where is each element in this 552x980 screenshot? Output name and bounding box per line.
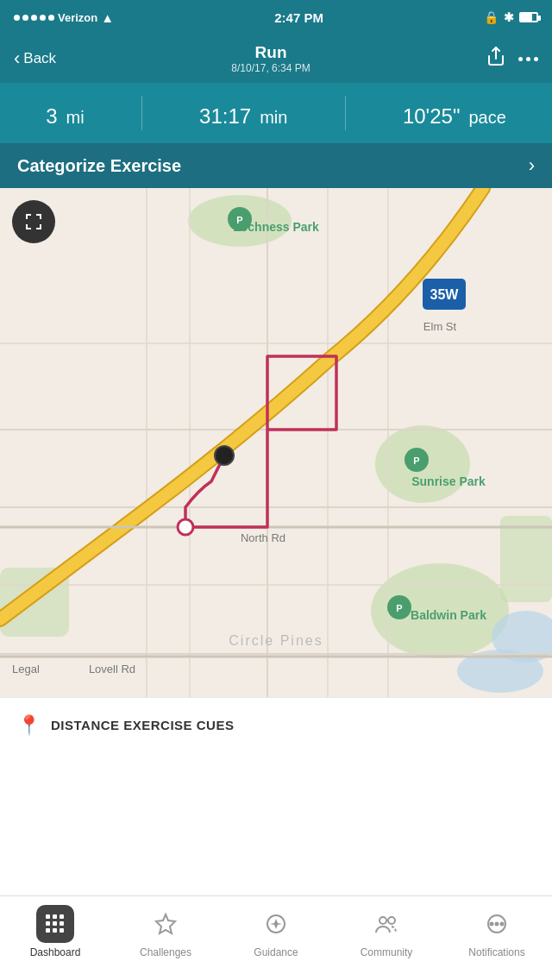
- svg-text:Sunrise Park: Sunrise Park: [411, 474, 486, 488]
- categorize-bar[interactable]: Categorize Exercise ›: [0, 143, 552, 188]
- distance-stat: 3 mi: [46, 97, 84, 129]
- guidance-icon: [264, 912, 288, 936]
- tab-guidance[interactable]: Guidance: [221, 905, 331, 958]
- status-right: 🔒 ✱: [484, 10, 538, 24]
- nav-subtitle: 8/10/17, 6:34 PM: [231, 62, 310, 74]
- pin-icon: 📍: [17, 714, 41, 737]
- challenges-label: Challenges: [140, 946, 191, 958]
- nav-bar: ‹ Back Run 8/10/17, 6:34 PM: [0, 35, 552, 83]
- share-icon[interactable]: [486, 46, 506, 72]
- svg-text:Circle Pines: Circle Pines: [229, 633, 323, 648]
- svg-rect-45: [46, 928, 50, 933]
- more-icon[interactable]: [518, 57, 538, 61]
- challenges-icon-wrap: [147, 905, 185, 943]
- back-chevron-icon: ‹: [14, 47, 20, 70]
- svg-rect-42: [46, 921, 50, 926]
- svg-point-55: [496, 923, 499, 926]
- map-svg: 35W P Lochness Park P Sunrise Park P Bal…: [0, 188, 552, 697]
- svg-rect-46: [53, 928, 57, 933]
- carrier-label: Verizon: [58, 11, 97, 24]
- tab-notifications[interactable]: Notifications: [442, 905, 552, 958]
- svg-point-37: [178, 519, 193, 535]
- tab-challenges[interactable]: Challenges: [110, 905, 221, 958]
- svg-text:P: P: [413, 455, 419, 466]
- svg-rect-6: [500, 516, 552, 602]
- expand-button[interactable]: [12, 200, 55, 243]
- distance-cues-label: DISTANCE EXERCISE CUES: [51, 718, 234, 732]
- svg-text:35W: 35W: [430, 287, 460, 302]
- svg-text:Lochness Park: Lochness Park: [233, 220, 319, 234]
- svg-rect-44: [60, 921, 64, 926]
- wifi-icon: ▲: [101, 10, 114, 25]
- signal-dots: [14, 15, 54, 21]
- tab-dashboard[interactable]: Dashboard: [0, 905, 110, 958]
- svg-rect-40: [53, 914, 57, 919]
- nav-center: Run 8/10/17, 6:34 PM: [231, 43, 310, 74]
- stats-bar: 3 mi 31:17 min 10'25" pace: [0, 83, 552, 143]
- lock-icon: 🔒: [484, 10, 499, 24]
- time-label: 2:47 PM: [274, 10, 323, 25]
- battery-icon: [519, 12, 538, 22]
- back-label: Back: [23, 50, 56, 67]
- categorize-label: Categorize Exercise: [17, 156, 181, 176]
- duration-stat: 31:17 min: [199, 97, 287, 129]
- svg-point-54: [491, 923, 493, 926]
- dashboard-icon-wrap: [36, 905, 74, 943]
- duration-value: 31:17 min: [199, 97, 287, 129]
- notifications-icon-wrap: [478, 905, 516, 943]
- notifications-label: Notifications: [468, 946, 524, 958]
- status-bar: Verizon ▲ 2:47 PM 🔒 ✱: [0, 0, 552, 35]
- pace-stat: 10'25" pace: [403, 97, 506, 129]
- svg-rect-41: [60, 914, 64, 919]
- distance-value: 3 mi: [46, 97, 84, 129]
- svg-rect-43: [53, 921, 57, 926]
- pace-value: 10'25" pace: [403, 97, 506, 129]
- guidance-label: Guidance: [254, 946, 298, 958]
- nav-title: Run: [231, 43, 310, 62]
- nav-actions: [486, 46, 538, 72]
- stat-divider-2: [345, 96, 346, 130]
- notifications-icon: [485, 912, 509, 936]
- svg-text:North Rd: North Rd: [241, 531, 285, 544]
- dashboard-icon: [43, 912, 67, 936]
- svg-text:Baldwin Park: Baldwin Park: [411, 608, 486, 622]
- map-container[interactable]: 35W P Lochness Park P Sunrise Park P Bal…: [0, 188, 552, 697]
- distance-cues-bar[interactable]: 📍 DISTANCE EXERCISE CUES: [0, 697, 552, 752]
- expand-icon: [23, 211, 44, 232]
- svg-point-52: [388, 917, 395, 924]
- guidance-icon-wrap: [257, 905, 295, 943]
- tab-bar: Dashboard Challenges Guidance: [0, 895, 552, 980]
- status-left: Verizon ▲: [14, 10, 114, 25]
- categorize-chevron-icon: ›: [529, 154, 535, 177]
- bluetooth-icon: ✱: [504, 10, 514, 24]
- svg-marker-48: [156, 914, 175, 933]
- svg-rect-39: [46, 914, 50, 919]
- svg-text:Lovell Rd: Lovell Rd: [89, 663, 135, 675]
- svg-point-56: [501, 923, 504, 926]
- svg-text:Legal: Legal: [12, 663, 40, 675]
- community-label: Community: [361, 946, 413, 958]
- svg-text:Elm St: Elm St: [423, 320, 457, 333]
- svg-point-51: [380, 917, 386, 924]
- challenges-icon: [154, 912, 178, 936]
- svg-point-38: [215, 446, 234, 465]
- back-button[interactable]: ‹ Back: [14, 47, 56, 70]
- community-icon: [374, 912, 398, 936]
- svg-marker-50: [270, 919, 282, 929]
- community-icon-wrap: [367, 905, 405, 943]
- tab-community[interactable]: Community: [331, 905, 442, 958]
- dashboard-label: Dashboard: [30, 946, 81, 958]
- svg-text:P: P: [396, 603, 402, 613]
- svg-rect-47: [60, 928, 64, 933]
- stat-divider-1: [141, 96, 142, 130]
